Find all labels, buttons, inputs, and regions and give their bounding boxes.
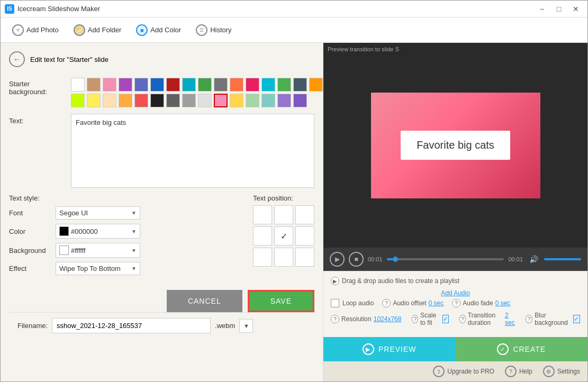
color-pink[interactable] <box>103 78 116 92</box>
stop-button[interactable]: ■ <box>349 252 364 267</box>
color-lime[interactable] <box>277 78 291 92</box>
back-button[interactable]: ← <box>9 51 25 67</box>
close-button[interactable]: ✕ <box>568 3 583 15</box>
color-darkblue[interactable] <box>150 78 164 92</box>
loop-audio-check: Loop audio <box>331 299 374 307</box>
blur-help-icon[interactable]: ? <box>526 315 532 323</box>
filename-input[interactable] <box>52 318 211 333</box>
color-yellow[interactable] <box>87 94 101 107</box>
color-row-1 <box>71 78 323 92</box>
color-seafoam[interactable] <box>261 94 275 107</box>
text-input[interactable]: Favorite big cats <box>71 114 314 188</box>
help-item[interactable]: ? Help <box>505 366 532 377</box>
color-gray[interactable] <box>214 78 228 92</box>
resolution-value[interactable]: 1024x768 <box>374 315 402 323</box>
create-icon: ✓ <box>497 343 509 355</box>
progress-bar[interactable] <box>387 258 504 260</box>
settings-label: Settings <box>557 368 580 375</box>
color-lightorange[interactable] <box>119 94 132 107</box>
volume-slider[interactable] <box>544 258 581 260</box>
background-label: Background <box>9 247 51 254</box>
color-black[interactable] <box>150 94 164 107</box>
scale-help-icon[interactable]: ? <box>412 315 418 323</box>
position-top-right[interactable] <box>295 205 314 224</box>
volume-button[interactable]: 🔊 <box>527 253 540 266</box>
scale-checkbox[interactable]: ✓ <box>442 315 449 323</box>
color-lavender[interactable] <box>277 94 291 107</box>
color-hotpink[interactable] <box>246 78 259 92</box>
color-white[interactable] <box>71 78 85 92</box>
color-cyan[interactable] <box>182 78 196 92</box>
minimize-button[interactable]: − <box>535 3 549 15</box>
history-button[interactable]: ☰ History <box>191 21 237 39</box>
add-color-label: Add Color <box>150 26 181 34</box>
color-rosepink[interactable] <box>214 94 228 107</box>
color-darkgray[interactable] <box>166 94 180 107</box>
audio-offset-help-icon[interactable]: ? <box>382 299 391 307</box>
color-red[interactable] <box>134 94 148 107</box>
play-button[interactable]: ▶ <box>330 252 345 267</box>
main-content: ← Edit text for "Starter" slide Starterb… <box>1 43 587 381</box>
create-button[interactable]: ✓ CREATE <box>456 337 588 361</box>
position-mid-right[interactable] <box>295 226 314 245</box>
save-button[interactable]: SAVE <box>248 290 314 312</box>
position-top-center[interactable] <box>274 205 293 224</box>
maximize-button[interactable]: □ <box>551 3 566 15</box>
effect-label: Effect <box>9 265 51 272</box>
upgrade-to-pro[interactable]: ⇧ Upgrade to PRO <box>433 366 494 377</box>
position-bot-left[interactable] <box>253 248 272 267</box>
position-mid-left[interactable] <box>253 226 272 245</box>
starter-bg-label: Starterbackground: <box>9 78 65 96</box>
color-gold[interactable] <box>230 94 243 107</box>
filename-format-dropdown[interactable]: ▼ <box>239 319 253 333</box>
audio-offset-value[interactable]: 0 sec <box>429 299 444 307</box>
color-peach[interactable] <box>103 94 116 107</box>
bg-select[interactable]: #ffffff ▼ <box>56 243 140 258</box>
color-amber[interactable] <box>309 78 323 92</box>
transition-item: ? Transition duration 2 sec <box>459 312 515 326</box>
color-lightgray[interactable] <box>198 94 212 107</box>
transition-value[interactable]: 2 sec <box>505 312 515 326</box>
audio-fade-value[interactable]: 0 sec <box>495 299 511 307</box>
color-select[interactable]: #000000 ▼ <box>56 224 140 239</box>
color-lightcyan[interactable] <box>261 78 275 92</box>
position-bot-center[interactable] <box>274 248 293 267</box>
color-indigo[interactable] <box>134 78 148 92</box>
add-folder-label: Add Folder <box>88 26 122 34</box>
create-label: CREATE <box>513 345 546 353</box>
color-orange[interactable] <box>230 78 243 92</box>
position-top-left[interactable] <box>253 205 272 224</box>
cancel-button[interactable]: CANCEL <box>167 290 242 312</box>
loop-checkbox[interactable] <box>331 299 339 307</box>
audio-fade-help-icon[interactable]: ? <box>452 299 460 307</box>
settings-item[interactable]: ⚙ Settings <box>543 366 580 377</box>
add-folder-button[interactable]: 📁 Add Folder <box>68 21 127 39</box>
effect-select[interactable]: Wipe Top To Bottom ▼ <box>56 262 140 275</box>
resolution-help-icon[interactable]: ? <box>331 315 339 323</box>
add-audio-link[interactable]: Add Audio <box>441 289 470 297</box>
settings-icon: ⚙ <box>543 366 555 377</box>
preview-button[interactable]: ▶ PREVIEW <box>323 337 456 361</box>
color-violet[interactable] <box>293 94 307 107</box>
blur-check-mark: ✓ <box>574 315 579 323</box>
color-green[interactable] <box>198 78 212 92</box>
transition-help-icon[interactable]: ? <box>459 315 465 323</box>
blur-checkbox[interactable]: ✓ <box>573 315 580 323</box>
color-chartreuse[interactable] <box>71 94 85 107</box>
color-lightgreen[interactable] <box>246 94 259 107</box>
color-tan[interactable] <box>87 78 101 92</box>
color-darkred[interactable] <box>166 78 180 92</box>
add-photo-button[interactable]: + Add Photo <box>7 21 64 39</box>
color-slategray[interactable] <box>293 78 307 92</box>
upgrade-label: Upgrade to PRO <box>447 368 494 375</box>
color-row-2 <box>71 94 323 107</box>
color-medgray[interactable] <box>182 94 196 107</box>
add-color-button[interactable]: ■ Add Color <box>131 21 186 39</box>
progress-fill <box>387 258 393 260</box>
position-mid-center[interactable]: ✓ <box>274 226 293 245</box>
add-color-icon: ■ <box>136 24 148 36</box>
font-select[interactable]: Segoe UI ▼ <box>56 206 140 220</box>
color-purple[interactable] <box>119 78 132 92</box>
preview-icon: ▶ <box>363 343 374 355</box>
position-bot-right[interactable] <box>295 248 314 267</box>
